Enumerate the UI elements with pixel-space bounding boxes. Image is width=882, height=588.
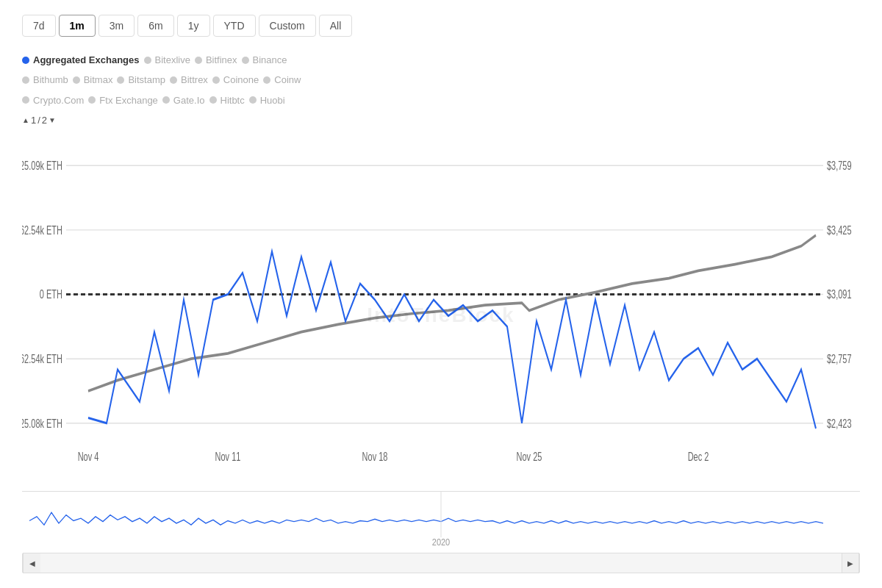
main-chart-svg: 125.09k ETH 62.54k ETH 0 ETH -62.54k ETH… [22, 144, 860, 487]
legend-gateio[interactable]: Gate.Io [162, 92, 205, 109]
svg-text:$2,423: $2,423 [827, 417, 852, 430]
btn-1m[interactable]: 1m [59, 15, 96, 37]
legend-label-coinw: Coinw [274, 71, 301, 88]
mini-chart[interactable]: 2020 [22, 491, 860, 550]
svg-text:Nov 18: Nov 18 [362, 450, 388, 463]
btn-3m[interactable]: 3m [98, 15, 135, 37]
pagination-total: 2 [42, 112, 47, 129]
svg-text:Nov 4: Nov 4 [78, 450, 99, 463]
svg-text:$3,425: $3,425 [827, 223, 852, 237]
legend-bithumb[interactable]: Bithumb [22, 71, 68, 88]
legend-coinw[interactable]: Coinw [263, 71, 301, 88]
legend-label-hitbtc: Hitbtc [220, 92, 245, 109]
chart-area: IntoTheBlock 125.09k ETH 62.54k ETH 0 ET… [22, 144, 860, 573]
legend-label-bitstamp: Bitstamp [128, 71, 165, 88]
legend-label-bithumb: Bithumb [33, 71, 68, 88]
legend-label-cryptocom: Crypto.Com [33, 92, 84, 109]
legend-label-coinone: Coinone [223, 71, 259, 88]
svg-text:$3,091: $3,091 [827, 288, 852, 301]
legend-dot-aggregated [22, 57, 29, 64]
pagination-current: 1 [31, 112, 36, 129]
legend-dot-huobi [249, 96, 257, 104]
legend-label-gateio: Gate.Io [173, 92, 205, 109]
mini-chart-svg: 2020 [22, 492, 860, 550]
legend-dot-bitstamp [117, 76, 124, 84]
svg-text:2020: 2020 [432, 537, 451, 548]
legend-bitstamp[interactable]: Bitstamp [117, 71, 165, 88]
svg-text:Dec 2: Dec 2 [688, 450, 709, 463]
legend-label-bitexlive: Bitexlive [155, 51, 190, 68]
legend-label-bittrex: Bittrex [181, 71, 208, 88]
legend-label-huobi: Huobi [260, 92, 285, 109]
btn-7d[interactable]: 7d [22, 15, 56, 37]
svg-text:0 ETH: 0 ETH [40, 288, 62, 301]
svg-text:62.54k ETH: 62.54k ETH [22, 223, 62, 237]
legend-hitbtc[interactable]: Hitbtc [209, 92, 245, 109]
svg-text:-62.54k ETH: -62.54k ETH [22, 353, 62, 366]
legend-label-binance: Binance [253, 51, 287, 68]
legend-row-3: Crypto.Com Ftx Exchange Gate.Io Hitbtc H… [22, 92, 860, 109]
legend-bitmax[interactable]: Bitmax [73, 71, 113, 88]
pagination-prev[interactable]: ▲ [22, 114, 29, 127]
main-container: 7d 1m 3m 6m 1y YTD Custom All Aggregated… [0, 0, 882, 588]
legend-aggregated-exchanges[interactable]: Aggregated Exchanges [22, 51, 140, 68]
svg-text:125.09k ETH: 125.09k ETH [22, 159, 62, 173]
legend-coinone[interactable]: Coinone [212, 71, 259, 88]
legend-ftx[interactable]: Ftx Exchange [88, 92, 158, 109]
legend-dot-bittrex [170, 76, 177, 84]
horizontal-scrollbar[interactable]: ◀ ▶ [22, 553, 860, 573]
legend-dot-hitbtc [209, 96, 217, 104]
legend-dot-coinone [212, 76, 220, 84]
pagination-next[interactable]: ▼ [49, 114, 56, 127]
legend-dot-bitmax [73, 76, 80, 84]
chart-legend: Aggregated Exchanges Bitexlive Bitfinex … [22, 51, 860, 137]
btn-ytd[interactable]: YTD [213, 15, 256, 37]
legend-label-ftx: Ftx Exchange [99, 92, 158, 109]
btn-all[interactable]: All [319, 15, 353, 37]
legend-huobi[interactable]: Huobi [249, 92, 285, 109]
main-chart[interactable]: IntoTheBlock 125.09k ETH 62.54k ETH 0 ET… [22, 144, 860, 487]
svg-text:Nov 11: Nov 11 [215, 450, 241, 463]
legend-dot-ftx [88, 96, 96, 104]
legend-dot-binance [242, 57, 249, 64]
legend-dot-cryptocom [22, 96, 29, 104]
btn-6m[interactable]: 6m [137, 15, 173, 37]
legend-cryptocom[interactable]: Crypto.Com [22, 92, 84, 109]
scroll-left-button[interactable]: ◀ [23, 553, 40, 573]
legend-label-bitfinex: Bitfinex [206, 51, 237, 68]
legend-dot-coinw [263, 76, 270, 84]
btn-1y[interactable]: 1y [177, 15, 210, 37]
legend-dot-bitfinex [195, 57, 202, 64]
legend-row-2: Bithumb Bitmax Bitstamp Bittrex Coinone … [22, 71, 860, 88]
svg-text:$2,757: $2,757 [827, 353, 852, 366]
btn-custom[interactable]: Custom [259, 15, 316, 37]
svg-text:Nov 25: Nov 25 [517, 450, 542, 463]
legend-bitfinex[interactable]: Bitfinex [195, 51, 237, 68]
legend-label-bitmax: Bitmax [84, 71, 113, 88]
legend-label-aggregated: Aggregated Exchanges [33, 51, 140, 68]
svg-text:-125.08k ETH: -125.08k ETH [22, 417, 62, 430]
legend-bitexlive[interactable]: Bitexlive [144, 51, 190, 68]
svg-text:$3,759: $3,759 [827, 159, 852, 173]
time-range-selector: 7d 1m 3m 6m 1y YTD Custom All [22, 15, 860, 37]
pagination-separator: / [37, 112, 40, 129]
legend-binance[interactable]: Binance [242, 51, 287, 68]
legend-dot-bithumb [22, 76, 29, 84]
legend-bittrex[interactable]: Bittrex [170, 71, 208, 88]
legend-pagination: ▲ 1 / 2 ▼ [22, 112, 860, 129]
legend-row-1: Aggregated Exchanges Bitexlive Bitfinex … [22, 51, 860, 68]
scroll-right-button[interactable]: ▶ [842, 553, 859, 573]
legend-dot-bitexlive [144, 57, 151, 64]
legend-dot-gateio [162, 96, 170, 104]
